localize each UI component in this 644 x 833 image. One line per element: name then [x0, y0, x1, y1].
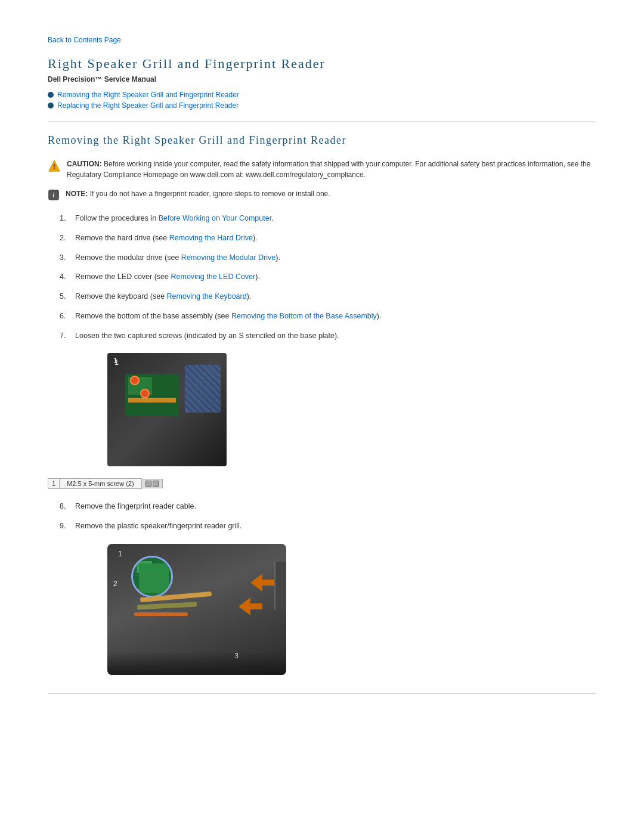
toc-link-removing[interactable]: Removing the Right Speaker Grill and Fin…	[57, 91, 239, 99]
step-4-num: 4.	[60, 271, 72, 283]
svg-marker-5	[239, 597, 262, 615]
bottom-label-2: 2	[113, 580, 117, 588]
note-box: i NOTE: If you do not have a fingerprint…	[48, 188, 596, 201]
svg-marker-4	[250, 574, 274, 592]
back-to-contents-link[interactable]: Back to Contents Page	[48, 36, 596, 44]
step-5-content: Remove the keyboard (see Removing the Ke…	[75, 291, 596, 302]
note-icon: i	[48, 189, 60, 201]
step-4: 4. Remove the LED cover (see Removing th…	[60, 271, 596, 283]
step-1-text: Follow the procedures in	[75, 214, 159, 222]
step-7: 7. Loosen the two captured screws (indic…	[60, 330, 596, 342]
legend-icon	[142, 479, 163, 488]
manual-label: Dell Precision™ Service Manual	[48, 75, 596, 83]
screw-box-icon-2	[153, 481, 159, 487]
drive-bay	[274, 562, 286, 609]
note-body-text: If you do not have a fingerprint reader,…	[90, 190, 330, 198]
divider-top	[48, 122, 596, 122]
step-2-suffix: ).	[253, 234, 258, 242]
step-2-num: 2.	[60, 233, 72, 244]
caution-box: ! CAUTION: Before working inside your co…	[48, 159, 596, 180]
step-3-text: Remove the modular drive (see	[75, 253, 181, 262]
step-4-text: Remove the LED cover (see	[75, 272, 171, 281]
section-title: Removing the Right Speaker Grill and Fin…	[48, 134, 596, 147]
mesh-area	[185, 365, 221, 413]
note-text: NOTE: If you do not have a fingerprint r…	[66, 188, 330, 199]
steps-list: 1. Follow the procedures in Before Worki…	[60, 213, 596, 341]
step-1-content: Follow the procedures in Before Working …	[75, 213, 596, 224]
caution-body-text: Before working inside your computer, rea…	[67, 160, 590, 179]
legend-text: M2.5 x 5-mm screw (2)	[60, 478, 141, 489]
step-3-num: 3.	[60, 252, 72, 264]
page-title: Right Speaker Grill and Fingerprint Read…	[48, 56, 596, 72]
step-4-suffix: ).	[255, 272, 260, 281]
laptop-top-image: 1	[107, 353, 227, 466]
step-9: 9. Remove the plastic speaker/fingerprin…	[60, 521, 596, 532]
step-3: 3. Remove the modular drive (see Removin…	[60, 252, 596, 264]
caution-icon: !	[48, 159, 61, 172]
steps-list-2: 8. Remove the fingerprint reader cable. …	[60, 501, 596, 532]
step-7-num: 7.	[60, 330, 72, 342]
toc-item-removing: Removing the Right Speaker Grill and Fin…	[48, 91, 596, 99]
step-9-content: Remove the plastic speaker/fingerprint r…	[75, 521, 596, 532]
step-1: 1. Follow the procedures in Before Worki…	[60, 213, 596, 224]
step-6-suffix: ).	[377, 312, 382, 320]
caution-prefix: CAUTION:	[67, 160, 102, 168]
svg-text:i: i	[52, 191, 54, 199]
step-7-content: Loosen the two captured screws (indicate…	[75, 330, 596, 342]
step-9-text: Remove the plastic speaker/fingerprint r…	[75, 522, 242, 530]
step-4-content: Remove the LED cover (see Removing the L…	[75, 271, 596, 283]
cable-2	[137, 602, 197, 609]
divider-bottom	[48, 693, 596, 693]
step-8-num: 8.	[60, 501, 72, 512]
pcb-board	[133, 558, 171, 596]
step-1-link[interactable]: Before Working on Your Computer	[159, 214, 271, 222]
component-circle	[131, 556, 173, 597]
arrow-icon-2	[239, 597, 262, 615]
step-3-link[interactable]: Removing the Modular Drive	[181, 253, 275, 262]
step-7-text: Loosen the two captured screws (indicate…	[75, 332, 339, 340]
step-3-suffix: ).	[275, 253, 280, 262]
step-6-text: Remove the bottom of the base assembly (…	[75, 312, 231, 320]
step-2-link[interactable]: Removing the Hard Drive	[169, 234, 253, 242]
step-5-suffix: ).	[247, 292, 252, 301]
step-9-num: 9.	[60, 521, 72, 532]
step-6-content: Remove the bottom of the base assembly (…	[75, 311, 596, 322]
step-6-num: 6.	[60, 311, 72, 322]
arrow-icon-1	[250, 574, 274, 592]
svg-text:!: !	[53, 163, 55, 171]
step-5: 5. Remove the keyboard (see Removing the…	[60, 291, 596, 302]
step-6: 6. Remove the bottom of the base assembl…	[60, 311, 596, 322]
caution-text: CAUTION: Before working inside your comp…	[67, 159, 596, 180]
top-image-container: 1	[107, 353, 596, 466]
step-5-num: 5.	[60, 291, 72, 302]
laptop-bottom-image: 1 2 3	[107, 544, 286, 675]
step-8-content: Remove the fingerprint reader cable.	[75, 501, 596, 512]
toc-item-replacing: Replacing the Right Speaker Grill and Fi…	[48, 101, 596, 110]
step-2-content: Remove the hard drive (see Removing the …	[75, 233, 596, 244]
step-3-content: Remove the modular drive (see Removing t…	[75, 252, 596, 264]
laptop-bottom-shadow	[107, 651, 286, 675]
step-4-link[interactable]: Removing the LED Cover	[171, 272, 256, 281]
step-1-num: 1.	[60, 213, 72, 224]
step-2: 2. Remove the hard drive (see Removing t…	[60, 233, 596, 244]
step-5-text: Remove the keyboard (see	[75, 292, 167, 301]
pcb-chip-bottom	[136, 561, 153, 574]
step-6-link[interactable]: Removing the Bottom of the Base Assembly	[231, 312, 377, 320]
pcb-stripe	[128, 398, 176, 402]
step-5-link[interactable]: Removing the Keyboard	[167, 292, 247, 301]
legend-box: 1 M2.5 x 5-mm screw (2)	[48, 478, 163, 489]
toc: Removing the Right Speaker Grill and Fin…	[48, 91, 596, 110]
legend-num: 1	[48, 478, 60, 489]
toc-bullet-icon	[48, 92, 54, 98]
screw-box-icon-1	[145, 481, 151, 487]
arrow-area-2	[239, 597, 262, 617]
pcb-connector	[135, 589, 169, 593]
toc-bullet-icon-2	[48, 103, 54, 109]
bottom-image-container: 1 2 3	[107, 544, 596, 675]
bottom-label-1: 1	[118, 550, 122, 558]
step-1-suffix: .	[271, 214, 273, 222]
toc-link-replacing[interactable]: Replacing the Right Speaker Grill and Fi…	[57, 101, 239, 110]
step-2-text: Remove the hard drive (see	[75, 234, 169, 242]
top-image-label-1: 1	[113, 357, 117, 365]
step-8-text: Remove the fingerprint reader cable.	[75, 502, 196, 510]
